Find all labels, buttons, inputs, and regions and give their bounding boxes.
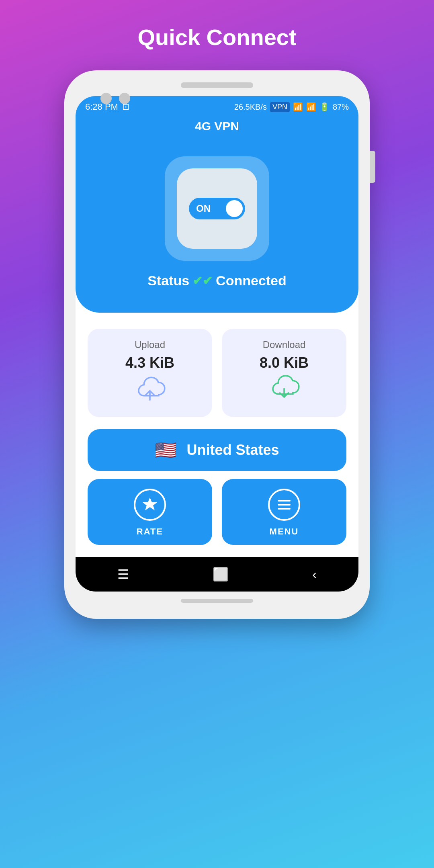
menu-icon-circle [268,489,300,521]
status-value: Connected [216,273,287,289]
country-button[interactable]: 🇺🇸 United States [88,429,346,471]
menu-label: MENU [270,526,299,537]
country-name: United States [186,442,279,459]
toggle-pill[interactable]: ON [189,198,245,219]
camera-dot-2 [119,93,130,104]
status-speed: 26.5KB/s [234,102,267,112]
phone-volume-button [370,151,375,183]
vpn-area: ON Status ✔✔ Connected [76,140,358,313]
country-flag: 🇺🇸 [155,440,177,461]
phone-cameras [100,93,130,104]
rate-icon-circle [134,489,166,521]
status-display: Status ✔✔ Connected [147,273,287,289]
nav-back-icon[interactable]: ‹ [312,567,317,582]
status-label: Status [147,273,189,289]
nav-home-icon[interactable]: ⬜ [213,567,229,582]
page-title: Quick Connect [137,24,296,50]
toggle-outer[interactable]: ON [165,156,269,261]
upload-label: Upload [135,339,165,350]
upload-card: Upload 4.3 KiB [88,329,212,417]
camera-dot-1 [100,93,112,104]
app-header: 4G VPN [76,116,358,140]
download-icon [266,375,302,405]
download-value: 8.0 KiB [260,354,309,371]
upload-icon [132,375,168,405]
action-row: RATE MENU [76,479,358,557]
download-card: Download 8.0 KiB [222,329,346,417]
battery-percent: 87% [333,102,349,112]
svg-marker-2 [143,497,157,510]
nav-menu-icon[interactable]: ☰ [117,567,129,582]
rate-label: RATE [137,526,163,537]
stats-row: Upload 4.3 KiB Download 8.0 KiB [76,313,358,425]
nav-bar: ☰ ⬜ ‹ [76,557,358,592]
status-vpn-badge: VPN [270,102,290,112]
battery-icon: 🔋 [319,102,330,112]
signal-icon: 📶 [293,102,303,112]
toggle-on-label: ON [196,203,211,214]
status-bar-right: 26.5KB/s VPN 📶 📶 🔋 87% [234,102,349,112]
upload-value: 4.3 KiB [125,354,174,371]
menu-button[interactable]: MENU [222,479,346,545]
phone-screen: 6:28 PM ⊡ 26.5KB/s VPN 📶 📶 🔋 87% 4G VPN … [76,96,358,592]
download-label: Download [263,339,306,350]
phone-speaker [181,82,253,88]
toggle-inner[interactable]: ON [177,168,257,249]
phone-frame: 6:28 PM ⊡ 26.5KB/s VPN 📶 📶 🔋 87% 4G VPN … [64,70,370,619]
signal-icon-2: 📶 [306,102,316,112]
rate-button[interactable]: RATE [88,479,212,545]
app-title: 4G VPN [195,119,239,133]
phone-bottom-bar [181,599,253,603]
check-icon: ✔✔ [192,274,213,288]
toggle-circle [226,200,243,217]
